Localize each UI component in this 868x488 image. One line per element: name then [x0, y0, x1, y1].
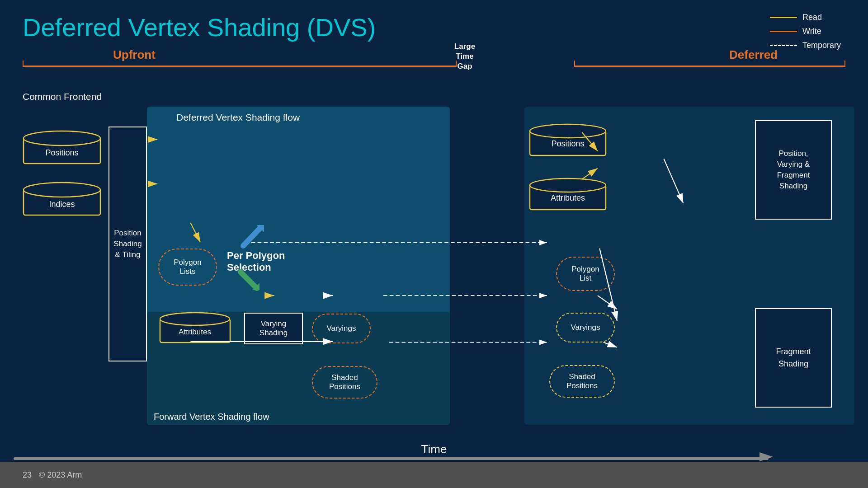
- temp-label: Temporary: [802, 41, 841, 50]
- upfront-label: Upfront: [113, 48, 156, 62]
- diagram-area: Common Frontend Deferred Vertex Shading …: [14, 90, 854, 456]
- frontend-processing-box: PositionShading& Tiling: [108, 127, 147, 361]
- write-line-icon: [770, 31, 797, 32]
- position-shading-label: PositionShading& Tiling: [113, 228, 142, 260]
- svg-text:Attributes: Attributes: [551, 193, 585, 202]
- svg-point-1: [24, 131, 100, 145]
- time-axis-line: [14, 457, 769, 460]
- dvs-flow-label: Deferred Vertex Shading flow: [176, 112, 300, 123]
- timeline: Upfront Deferred LargeTimeGap: [23, 67, 845, 69]
- polygon-lists-dashed: PolygonLists: [158, 249, 217, 286]
- svg-text:Attributes: Attributes: [179, 328, 211, 336]
- svg-text:Positions: Positions: [551, 139, 584, 148]
- svg-point-16: [530, 124, 606, 138]
- varyings-dashed-center: Varyings: [312, 314, 371, 343]
- page-title: Deferred Vertex Shading (DVS): [23, 13, 376, 42]
- common-frontend-label: Common Frontend: [23, 91, 102, 102]
- svg-line-10: [241, 272, 257, 288]
- svg-text:Positions: Positions: [45, 148, 78, 157]
- shaded-positions-dashed-center: ShadedPositions: [312, 366, 377, 399]
- varyings-dashed-right: Varyings: [556, 313, 615, 343]
- svg-point-4: [24, 183, 100, 197]
- blue-arrow-icon: [235, 221, 267, 255]
- legend-write: Write: [770, 27, 841, 36]
- deferred-tick-left: [574, 61, 575, 67]
- positions-cylinder-left: Positions: [23, 129, 111, 165]
- write-label: Write: [802, 27, 821, 36]
- attributes-cylinder-right: Attributes: [529, 177, 615, 211]
- deferred-label: Deferred: [729, 48, 778, 62]
- deferred-tick-right: [844, 61, 845, 67]
- read-line-icon: [770, 17, 797, 18]
- shaded-positions-dashed-right: ShadedPositions: [549, 365, 615, 398]
- deferred-line: [574, 66, 845, 67]
- footer: 23 © 2023 Arm: [0, 462, 868, 488]
- upfront-line: [23, 66, 457, 67]
- legend-read: Read: [770, 13, 841, 22]
- svg-point-13: [160, 313, 230, 325]
- svg-point-19: [530, 178, 606, 192]
- time-gap-label: LargeTimeGap: [447, 42, 483, 71]
- read-label: Read: [802, 13, 822, 22]
- svg-line-8: [243, 228, 260, 246]
- positions-cylinder-right: Positions: [529, 123, 615, 157]
- upfront-tick-left: [23, 61, 24, 67]
- position-varying-fragment-box: Position,Varying &FragmentShading: [755, 120, 832, 220]
- indices-cylinder-left: Indices: [23, 181, 111, 217]
- fvs-flow-label: Forward Vertex Shading flow: [154, 412, 269, 422]
- svg-text:Indices: Indices: [49, 200, 75, 209]
- temp-line-icon: [770, 45, 797, 46]
- fragment-shading-box: FragmentShading: [755, 308, 832, 408]
- varying-shading-box: VaryingShading: [244, 313, 303, 344]
- copyright: © 2023 Arm: [39, 470, 82, 480]
- legend-temp: Temporary: [770, 41, 841, 50]
- polygon-list-dashed-right: PolygonList: [556, 257, 615, 291]
- page-number: 23: [23, 470, 32, 480]
- legend: Read Write Temporary: [770, 13, 841, 50]
- time-label: Time: [421, 442, 447, 456]
- attributes-cylinder-dvs: Attributes: [159, 312, 238, 344]
- green-arrow-icon: [235, 267, 262, 296]
